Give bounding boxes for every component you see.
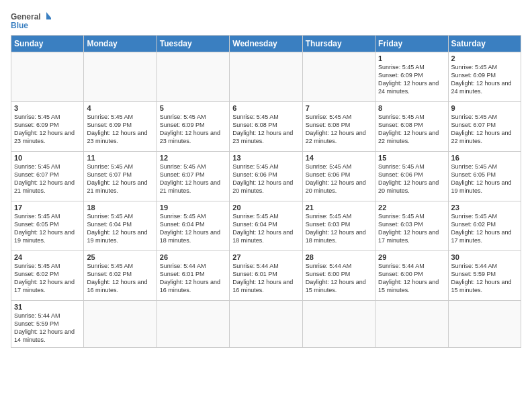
day-header-sunday: Sunday [11, 36, 84, 52]
day-info: Sunrise: 5:44 AM Sunset: 5:59 PM Dayligh… [451, 262, 518, 295]
day-header-thursday: Thursday [302, 36, 375, 52]
day-info: Sunrise: 5:45 AM Sunset: 6:07 PM Dayligh… [14, 163, 81, 195]
day-info: Sunrise: 5:45 AM Sunset: 6:06 PM Dayligh… [378, 163, 445, 195]
day-number: 5 [160, 104, 226, 112]
day-number: 2 [451, 54, 518, 62]
day-info: Sunrise: 5:45 AM Sunset: 6:04 PM Dayligh… [87, 212, 153, 245]
day-number: 23 [451, 203, 518, 212]
day-number: 4 [87, 104, 153, 112]
calendar-day: 5Sunrise: 5:45 AM Sunset: 6:09 PM Daylig… [157, 102, 229, 152]
days-header-row: SundayMondayTuesdayWednesdayThursdayFrid… [11, 36, 521, 52]
calendar-day [448, 301, 521, 348]
svg-marker-2 [46, 12, 51, 19]
day-info: Sunrise: 5:45 AM Sunset: 6:09 PM Dayligh… [378, 63, 445, 96]
calendar-day: 7Sunrise: 5:45 AM Sunset: 6:08 PM Daylig… [302, 102, 375, 152]
calendar-week-3: 10Sunrise: 5:45 AM Sunset: 6:07 PM Dayli… [11, 152, 521, 201]
day-info: Sunrise: 5:45 AM Sunset: 6:09 PM Dayligh… [160, 113, 226, 146]
calendar-week-4: 17Sunrise: 5:45 AM Sunset: 6:05 PM Dayli… [11, 201, 521, 251]
day-number: 13 [232, 154, 299, 162]
day-info: Sunrise: 5:45 AM Sunset: 6:06 PM Dayligh… [232, 163, 299, 195]
calendar-day: 19Sunrise: 5:45 AM Sunset: 6:04 PM Dayli… [157, 201, 229, 251]
day-number: 12 [160, 154, 226, 162]
day-number: 17 [14, 203, 81, 212]
day-number: 1 [378, 54, 445, 62]
day-number: 9 [451, 104, 518, 112]
calendar-day [230, 52, 302, 102]
day-info: Sunrise: 5:45 AM Sunset: 6:09 PM Dayligh… [87, 113, 153, 146]
day-info: Sunrise: 5:45 AM Sunset: 6:03 PM Dayligh… [378, 212, 445, 245]
day-info: Sunrise: 5:44 AM Sunset: 6:00 PM Dayligh… [378, 262, 445, 295]
calendar-day: 23Sunrise: 5:45 AM Sunset: 6:02 PM Dayli… [448, 201, 521, 251]
calendar-day: 6Sunrise: 5:45 AM Sunset: 6:08 PM Daylig… [230, 102, 302, 152]
day-number: 6 [232, 104, 299, 112]
calendar-day: 4Sunrise: 5:45 AM Sunset: 6:09 PM Daylig… [84, 102, 157, 152]
day-info: Sunrise: 5:44 AM Sunset: 6:00 PM Dayligh… [306, 262, 372, 295]
logo-svg: General Blue [11, 11, 51, 31]
day-header-friday: Friday [375, 36, 448, 52]
day-header-wednesday: Wednesday [230, 36, 302, 52]
day-number: 25 [87, 253, 153, 261]
calendar-day: 25Sunrise: 5:45 AM Sunset: 6:02 PM Dayli… [84, 251, 157, 301]
day-number: 28 [306, 253, 372, 261]
day-info: Sunrise: 5:45 AM Sunset: 6:02 PM Dayligh… [87, 262, 153, 295]
day-info: Sunrise: 5:44 AM Sunset: 5:59 PM Dayligh… [14, 312, 81, 345]
day-number: 31 [14, 303, 81, 311]
header: General Blue [11, 7, 521, 31]
day-number: 15 [378, 154, 445, 162]
svg-text:General: General [11, 12, 41, 21]
day-info: Sunrise: 5:45 AM Sunset: 6:04 PM Dayligh… [160, 212, 226, 245]
calendar-day: 10Sunrise: 5:45 AM Sunset: 6:07 PM Dayli… [11, 152, 84, 201]
day-number: 14 [306, 154, 372, 162]
calendar-day: 22Sunrise: 5:45 AM Sunset: 6:03 PM Dayli… [375, 201, 448, 251]
day-number: 30 [451, 253, 518, 261]
calendar-day: 18Sunrise: 5:45 AM Sunset: 6:04 PM Dayli… [84, 201, 157, 251]
day-number: 29 [378, 253, 445, 261]
calendar-table: SundayMondayTuesdayWednesdayThursdayFrid… [11, 35, 521, 348]
calendar-day: 12Sunrise: 5:45 AM Sunset: 6:07 PM Dayli… [157, 152, 229, 201]
calendar-day: 11Sunrise: 5:45 AM Sunset: 6:07 PM Dayli… [84, 152, 157, 201]
day-info: Sunrise: 5:45 AM Sunset: 6:07 PM Dayligh… [87, 163, 153, 195]
day-header-tuesday: Tuesday [157, 36, 229, 52]
day-number: 10 [14, 154, 81, 162]
day-number: 16 [451, 154, 518, 162]
day-info: Sunrise: 5:45 AM Sunset: 6:08 PM Dayligh… [378, 113, 445, 146]
calendar-week-2: 3Sunrise: 5:45 AM Sunset: 6:09 PM Daylig… [11, 102, 521, 152]
day-number: 8 [378, 104, 445, 112]
calendar-day: 8Sunrise: 5:45 AM Sunset: 6:08 PM Daylig… [375, 102, 448, 152]
calendar-day: 17Sunrise: 5:45 AM Sunset: 6:05 PM Dayli… [11, 201, 84, 251]
calendar-day [302, 301, 375, 348]
day-info: Sunrise: 5:45 AM Sunset: 6:05 PM Dayligh… [14, 212, 81, 245]
day-number: 26 [160, 253, 226, 261]
calendar-day: 24Sunrise: 5:45 AM Sunset: 6:02 PM Dayli… [11, 251, 84, 301]
calendar-day: 2Sunrise: 5:45 AM Sunset: 6:09 PM Daylig… [448, 52, 521, 102]
calendar-day: 21Sunrise: 5:45 AM Sunset: 6:03 PM Dayli… [302, 201, 375, 251]
svg-text:Blue: Blue [11, 21, 28, 30]
calendar-day: 29Sunrise: 5:44 AM Sunset: 6:00 PM Dayli… [375, 251, 448, 301]
calendar-day: 20Sunrise: 5:45 AM Sunset: 6:04 PM Dayli… [230, 201, 302, 251]
calendar-day [375, 301, 448, 348]
day-info: Sunrise: 5:45 AM Sunset: 6:04 PM Dayligh… [232, 212, 299, 245]
calendar-week-5: 24Sunrise: 5:45 AM Sunset: 6:02 PM Dayli… [11, 251, 521, 301]
logo: General Blue [11, 11, 51, 31]
calendar-week-6: 31Sunrise: 5:44 AM Sunset: 5:59 PM Dayli… [11, 301, 521, 348]
calendar-day [230, 301, 302, 348]
day-info: Sunrise: 5:45 AM Sunset: 6:02 PM Dayligh… [451, 212, 518, 245]
day-info: Sunrise: 5:44 AM Sunset: 6:01 PM Dayligh… [160, 262, 226, 295]
day-number: 27 [232, 253, 299, 261]
day-number: 3 [14, 104, 81, 112]
calendar-day [11, 52, 84, 102]
day-number: 11 [87, 154, 153, 162]
day-number: 19 [160, 203, 226, 212]
calendar-day: 26Sunrise: 5:44 AM Sunset: 6:01 PM Dayli… [157, 251, 229, 301]
calendar-day [302, 52, 375, 102]
calendar-day: 1Sunrise: 5:45 AM Sunset: 6:09 PM Daylig… [375, 52, 448, 102]
day-info: Sunrise: 5:45 AM Sunset: 6:09 PM Dayligh… [14, 113, 81, 146]
day-header-saturday: Saturday [448, 36, 521, 52]
calendar-day: 28Sunrise: 5:44 AM Sunset: 6:00 PM Dayli… [302, 251, 375, 301]
day-number: 22 [378, 203, 445, 212]
calendar-day: 31Sunrise: 5:44 AM Sunset: 5:59 PM Dayli… [11, 301, 84, 348]
day-info: Sunrise: 5:45 AM Sunset: 6:09 PM Dayligh… [451, 63, 518, 96]
calendar-day [84, 301, 157, 348]
day-info: Sunrise: 5:45 AM Sunset: 6:02 PM Dayligh… [14, 262, 81, 295]
calendar-day: 30Sunrise: 5:44 AM Sunset: 5:59 PM Dayli… [448, 251, 521, 301]
